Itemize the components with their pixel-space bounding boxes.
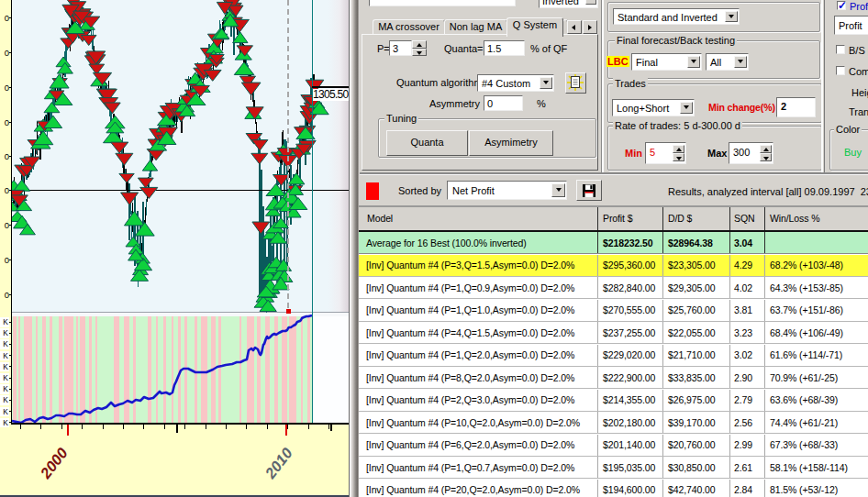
svg-text:K: K	[3, 395, 8, 404]
svg-text:0: 0	[5, 220, 9, 230]
svg-text:0: 0	[5, 13, 9, 23]
svg-text:K: K	[3, 339, 8, 348]
svg-text:0: 0	[5, 290, 9, 300]
svg-text:0: 0	[5, 83, 9, 93]
svg-text:0: 0	[5, 255, 9, 265]
svg-text:0: 0	[5, 151, 9, 161]
svg-text:K: K	[3, 328, 8, 337]
svg-text:0: 0	[5, 48, 9, 58]
svg-text:0: 0	[5, 185, 9, 195]
svg-text:K: K	[3, 362, 8, 371]
svg-text:K: K	[3, 317, 8, 326]
svg-text:K: K	[3, 418, 8, 427]
svg-text:K: K	[3, 407, 8, 416]
svg-text:0: 0	[5, 117, 9, 127]
svg-text:K: K	[3, 351, 8, 360]
svg-text:K: K	[3, 384, 8, 393]
svg-text:K: K	[3, 373, 8, 382]
svg-text:1305.50: 1305.50	[313, 88, 350, 101]
